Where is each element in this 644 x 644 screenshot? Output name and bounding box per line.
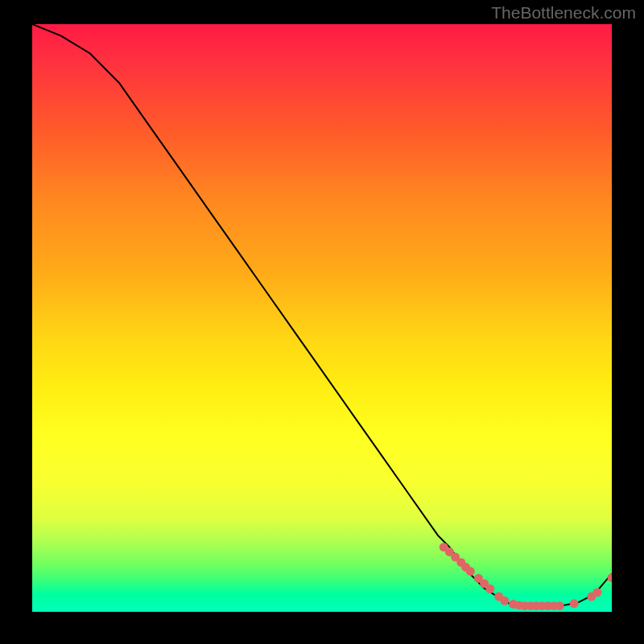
chart-marker — [485, 584, 494, 593]
chart-marker — [608, 573, 613, 582]
chart-plot-area — [32, 24, 612, 612]
chart-svg — [32, 24, 612, 612]
chart-marker — [500, 597, 509, 605]
chart-marker — [570, 599, 579, 608]
chart-markers — [440, 543, 612, 610]
chart-marker — [555, 601, 564, 610]
chart-marker — [593, 588, 602, 597]
chart-marker — [466, 567, 475, 576]
watermark-text: TheBottleneck.com — [491, 3, 636, 23]
chart-curve — [32, 24, 612, 606]
